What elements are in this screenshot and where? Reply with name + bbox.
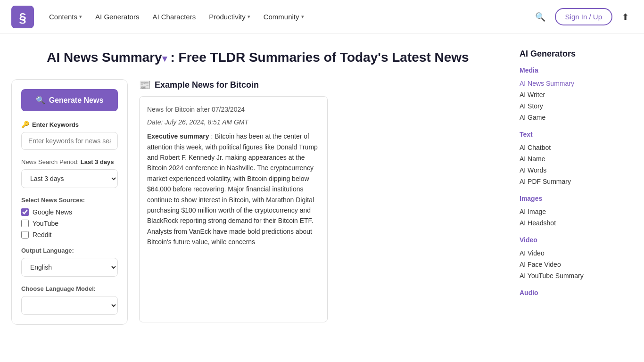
nav-contents[interactable]: Contents ▾ — [43, 9, 88, 25]
output-lang-select[interactable]: English Spanish French German Chinese Ja… — [21, 258, 118, 277]
sidebar-item-ai-game[interactable]: AI Game — [520, 112, 633, 123]
nav-productivity[interactable]: Productivity ▾ — [203, 9, 256, 25]
news-date-line: News for Bitcoin after 07/23/2024 — [147, 104, 320, 115]
sidebar-item-ai-image[interactable]: AI Image — [520, 206, 633, 217]
generate-news-button[interactable]: 🔍 Generate News — [21, 89, 118, 111]
sidebar-audio-label: Audio — [520, 289, 633, 296]
title-dropdown-icon[interactable]: ▾ — [162, 53, 167, 64]
contents-chevron-icon: ▾ — [79, 14, 82, 20]
sidebar-item-ai-words[interactable]: AI Words — [520, 165, 633, 176]
nav-actions: 🔍 Sign In / Up ⬆ — [531, 8, 633, 26]
productivity-chevron-icon: ▾ — [248, 14, 250, 20]
nav-ai-generators[interactable]: AI Generators — [90, 9, 145, 25]
news-content-box[interactable]: News for Bitcoin after 07/23/2024 Date: … — [139, 96, 328, 322]
sidebar-text-label: Text — [520, 131, 633, 138]
source-reddit-checkbox[interactable] — [21, 231, 29, 239]
sidebar-item-ai-story[interactable]: AI Story — [520, 100, 633, 112]
sidebar-images-label: Images — [520, 195, 633, 202]
page-title: AI News Summary▾ : Free TLDR Summaries o… — [11, 49, 504, 66]
model-select[interactable] — [21, 296, 118, 315]
news-date-italic: Date: July 26, 2024, 8:51 AM GMT — [147, 117, 320, 127]
source-google-news[interactable]: Google News — [21, 208, 118, 216]
main-container: AI News Summary▾ : Free TLDR Summaries o… — [0, 34, 644, 340]
signin-button[interactable]: Sign In / Up — [555, 8, 612, 25]
sidebar-item-ai-name[interactable]: AI Name — [520, 153, 633, 165]
source-youtube[interactable]: YouTube — [21, 220, 118, 227]
svg-text:§: § — [19, 10, 26, 25]
search-icon: 🔍 — [36, 96, 45, 105]
sidebar-item-ai-writer[interactable]: AI Writer — [520, 89, 633, 100]
sidebar: AI Generators Media AI News Summary AI W… — [520, 49, 633, 325]
sidebar-item-ai-video[interactable]: AI Video — [520, 247, 633, 259]
sidebar-item-ai-chatbot[interactable]: AI Chatbot — [520, 142, 633, 153]
content-area: AI News Summary▾ : Free TLDR Summaries o… — [11, 49, 504, 325]
keywords-input[interactable] — [21, 132, 118, 150]
newspaper-icon: 📰 — [139, 79, 151, 90]
sidebar-item-ai-headshot[interactable]: AI Headshot — [520, 217, 633, 229]
sidebar-video-label: Video — [520, 236, 633, 244]
source-reddit[interactable]: Reddit — [21, 231, 118, 239]
key-icon: 🔑 — [21, 121, 29, 128]
model-label: Choose Language Model: — [21, 285, 118, 292]
logo[interactable]: § — [11, 6, 34, 28]
output-lang-label: Output Language: — [21, 247, 118, 254]
keywords-label: 🔑 Enter Keywords — [21, 121, 118, 128]
panels-row: 🔍 Generate News 🔑 Enter Keywords News Se… — [11, 79, 504, 325]
sources-label: Select News Sources: — [21, 197, 118, 204]
community-chevron-icon: ▾ — [301, 14, 304, 20]
sidebar-section-text: Text AI Chatbot AI Name AI Words AI PDF … — [520, 131, 633, 187]
tool-panel: 🔍 Generate News 🔑 Enter Keywords News Se… — [11, 79, 128, 325]
sidebar-section-media: Media AI News Summary AI Writer AI Story… — [520, 66, 633, 123]
period-label: News Search Period: Last 3 days — [21, 158, 118, 165]
search-icon[interactable]: 🔍 — [531, 8, 549, 26]
source-youtube-checkbox[interactable] — [21, 220, 29, 227]
sources-group: Google News YouTube Reddit — [21, 208, 118, 239]
news-summary: Executive summary : Bitcoin has been at … — [147, 131, 320, 247]
sidebar-item-ai-youtube-summary[interactable]: AI YouTube Summary — [520, 270, 633, 281]
sidebar-section-images: Images AI Image AI Headshot — [520, 195, 633, 229]
navbar: § Contents ▾ AI Generators AI Characters… — [0, 0, 644, 34]
sidebar-item-ai-face-video[interactable]: AI Face Video — [520, 259, 633, 270]
period-select[interactable]: Last 1 day Last 3 days Last 7 days Last … — [21, 169, 118, 188]
sidebar-item-ai-news-summary[interactable]: AI News Summary — [520, 78, 633, 89]
nav-ai-characters[interactable]: AI Characters — [147, 9, 201, 25]
sidebar-section-audio: Audio — [520, 289, 633, 296]
example-header: 📰 Example News for Bitcoin — [139, 79, 328, 90]
example-panel: 📰 Example News for Bitcoin News for Bitc… — [139, 79, 328, 322]
sidebar-media-label: Media — [520, 66, 633, 74]
sidebar-title: AI Generators — [520, 49, 633, 59]
sidebar-section-video: Video AI Video AI Face Video AI YouTube … — [520, 236, 633, 281]
share-icon[interactable]: ⬆ — [618, 8, 633, 26]
nav-community[interactable]: Community ▾ — [258, 9, 310, 25]
source-google-checkbox[interactable] — [21, 208, 29, 216]
sidebar-item-ai-pdf-summary[interactable]: AI PDF Summary — [520, 176, 633, 187]
nav-links: Contents ▾ AI Generators AI Characters P… — [43, 9, 528, 25]
